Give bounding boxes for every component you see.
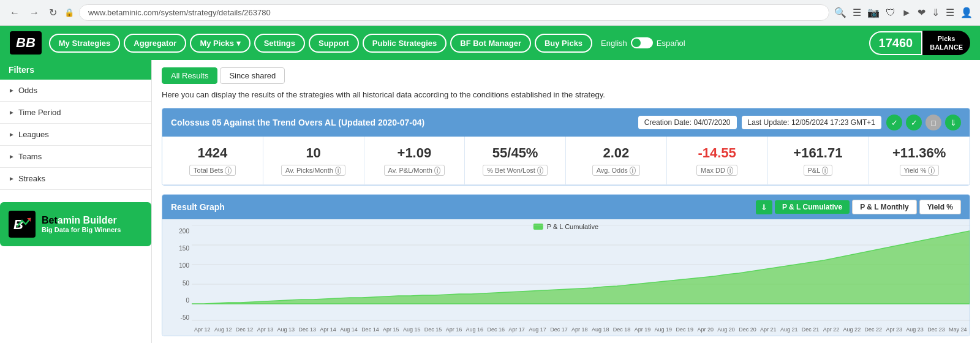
check-icon-2[interactable]: ✓ xyxy=(906,115,922,130)
x-axis: Apr 12 Aug 12 Dec 12 Apr 13 Aug 13 Dec 1… xyxy=(192,323,970,336)
odds-label: Odds xyxy=(18,86,37,95)
filters-header: Filters xyxy=(0,60,151,80)
copy-icon[interactable]: □ xyxy=(925,115,941,130)
support-btn[interactable]: Support xyxy=(309,34,359,53)
stat-yield: +11.36% Yield % i xyxy=(869,137,970,185)
screenshot-icon[interactable]: 📷 xyxy=(867,7,880,18)
creation-date-badge: Creation Date: 04/07/2020 xyxy=(638,116,737,129)
download-chart-btn[interactable]: ⇓ xyxy=(756,200,772,214)
tab-since-shared[interactable]: Since shared xyxy=(220,67,285,84)
leagues-label: Leagues xyxy=(18,130,49,139)
my-strategies-btn[interactable]: My Strategies xyxy=(49,34,121,53)
info-text: Here you can display the results of the … xyxy=(162,90,970,99)
aggregator-btn[interactable]: Aggregator xyxy=(124,34,186,53)
heart-icon[interactable]: ❤ xyxy=(918,7,925,18)
stat-value-picks-month: 10 xyxy=(270,145,358,161)
y-axis: 200 150 100 50 0 -50 xyxy=(162,225,192,323)
public-strategies-btn[interactable]: Public Strategies xyxy=(363,34,447,53)
brand-name: Betamin Builder xyxy=(42,215,121,226)
chart-area: P & L Cumulative 200 150 100 50 0 -50 xyxy=(162,219,970,336)
strategy-title: Colossus 05 Against the Trend Overs AL (… xyxy=(171,118,424,127)
graph-btn-monthly[interactable]: P & L Monthly xyxy=(852,200,917,214)
stat-picks-month: 10 Av. Picks/Month i xyxy=(263,137,364,185)
balance-label: Picks BALANCE xyxy=(922,31,970,56)
tabs-row: All Results Since shared xyxy=(162,67,970,84)
sidebar-item-teams[interactable]: ► Teams xyxy=(0,146,151,168)
odds-arrow-icon: ► xyxy=(9,87,15,94)
chart-inner: 200 150 100 50 0 -50 xyxy=(162,225,970,336)
stat-value-yield: +11.36% xyxy=(875,145,963,161)
stat-value-max-dd: -14.55 xyxy=(673,145,761,161)
bookmark-icon[interactable]: ☰ xyxy=(853,7,861,18)
brand-prefix: Bet xyxy=(42,215,58,225)
sidebar-item-leagues[interactable]: ► Leagues xyxy=(0,124,151,146)
graph-btn-cumulative[interactable]: P & L Cumulative xyxy=(775,200,850,214)
stat-value-pl-month: +1.09 xyxy=(371,145,459,161)
strategy-action-icons: ✓ ✓ □ ⇓ xyxy=(886,115,961,130)
back-button[interactable]: ← xyxy=(7,5,22,21)
buy-picks-btn[interactable]: Buy Picks xyxy=(535,34,592,53)
my-picks-btn[interactable]: My Picks xyxy=(190,34,250,53)
stats-grid: 1424 Total Bets i 10 Av. Picks/Month i +… xyxy=(162,137,970,185)
stat-value-total-bets: 1424 xyxy=(168,145,257,161)
stat-label-picks-month: Av. Picks/Month i xyxy=(281,165,345,176)
balance-box: 17460 Picks BALANCE xyxy=(869,31,970,56)
time-period-label: Time Period xyxy=(18,108,61,117)
main-layout: Filters ► Odds ► Time Period ► Leagues ►… xyxy=(0,60,980,343)
last-update-badge: Last Update: 12/05/2024 17:23 GMT+1 xyxy=(742,116,881,129)
app-header: BB My Strategies Aggregator My Picks Set… xyxy=(0,26,980,60)
stat-label-yield: Yield % i xyxy=(900,165,939,176)
brand-suffix: amin Builder xyxy=(58,215,117,225)
betamin-builder-logo: B Betamin Builder Big Data for Big Winne… xyxy=(0,202,151,246)
menu-icon[interactable]: ☰ xyxy=(946,7,954,18)
stat-total-bets: 1424 Total Bets i xyxy=(162,137,263,185)
stat-value-bet-won-lost: 55/45% xyxy=(471,145,559,161)
shield-icon[interactable]: 🛡 xyxy=(886,7,895,18)
download-browser-icon[interactable]: ⇓ xyxy=(932,7,940,18)
graph-header-buttons: ⇓ P & L Cumulative P & L Monthly Yield % xyxy=(756,200,961,214)
graph-btn-yield[interactable]: Yield % xyxy=(919,200,961,214)
chart-svg xyxy=(192,225,970,323)
sidebar-item-odds[interactable]: ► Odds xyxy=(0,80,151,102)
settings-btn[interactable]: Settings xyxy=(254,34,305,53)
stat-label-pl: P&L i xyxy=(804,165,833,176)
sidebar-item-streaks[interactable]: ► Streaks xyxy=(0,168,151,190)
play-icon[interactable]: ► xyxy=(902,7,911,18)
stat-value-avg-odds: 2.02 xyxy=(572,145,660,161)
stat-max-dd: -14.55 Max DD i xyxy=(667,137,768,185)
leagues-arrow-icon: ► xyxy=(9,131,15,138)
teams-arrow-icon: ► xyxy=(9,153,15,160)
sidebar-item-time-period[interactable]: ► Time Period xyxy=(0,102,151,124)
stat-value-pl: +161.71 xyxy=(774,145,862,161)
check-icon-1[interactable]: ✓ xyxy=(886,115,902,130)
strategy-header-right: Creation Date: 04/07/2020 Last Update: 1… xyxy=(638,115,961,130)
stat-bet-won-lost: 55/45% % Bet Won/Lost i xyxy=(465,137,566,185)
teams-label: Teams xyxy=(18,152,42,161)
lock-icon: 🔒 xyxy=(64,8,74,17)
strategy-card: Colossus 05 Against the Trend Overs AL (… xyxy=(162,108,970,186)
betamin-logo-icon: B xyxy=(9,211,36,238)
language-toggle[interactable]: English Español xyxy=(601,37,685,48)
streaks-arrow-icon: ► xyxy=(9,175,15,182)
lang-espanol-label: Español xyxy=(657,39,685,48)
lang-switch[interactable] xyxy=(631,37,653,48)
search-browser-icon[interactable]: 🔍 xyxy=(834,7,846,18)
balance-number: 17460 xyxy=(869,31,923,55)
sidebar: Filters ► Odds ► Time Period ► Leagues ►… xyxy=(0,60,152,343)
forward-button[interactable]: → xyxy=(27,5,42,21)
graph-section: Result Graph ⇓ P & L Cumulative P & L Mo… xyxy=(162,194,970,336)
lang-english-label: English xyxy=(601,39,627,48)
download-strategy-icon[interactable]: ⇓ xyxy=(945,115,961,130)
url-text: www.betaminic.com/system/strategy/detail… xyxy=(88,8,271,17)
stat-avg-odds: 2.02 Avg. Odds i xyxy=(566,137,667,185)
reload-button[interactable]: ↻ xyxy=(47,4,59,21)
streaks-label: Streaks xyxy=(18,174,45,183)
profile-icon[interactable]: 👤 xyxy=(960,7,973,18)
tab-all-results[interactable]: All Results xyxy=(162,67,217,84)
browser-bar: ← → ↻ 🔒 www.betaminic.com/system/strateg… xyxy=(0,0,980,26)
bf-bot-manager-btn[interactable]: BF Bot Manager xyxy=(450,34,531,53)
strategy-header: Colossus 05 Against the Trend Overs AL (… xyxy=(162,108,970,137)
stat-label-pl-month: Av. P&L/Month i xyxy=(384,165,445,176)
address-bar[interactable]: www.betaminic.com/system/strategy/detail… xyxy=(79,4,829,21)
time-period-arrow-icon: ► xyxy=(9,109,15,116)
